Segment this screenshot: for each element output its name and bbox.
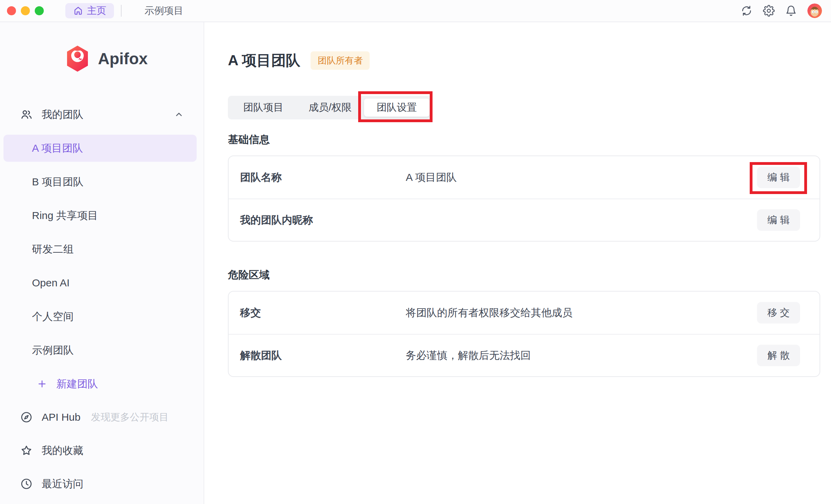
- avatar-image: [807, 3, 822, 18]
- settings-gear-icon[interactable]: [763, 5, 775, 17]
- sidebar-item-personal-space[interactable]: 个人空间: [3, 303, 197, 330]
- team-item-label: Ring 共享项目: [32, 209, 98, 223]
- row-label-transfer: 移交: [240, 306, 406, 320]
- apifox-logo-icon: [65, 45, 90, 72]
- window-controls: [7, 6, 44, 15]
- titlebar-divider: [121, 5, 122, 17]
- star-icon: [20, 444, 33, 457]
- row-label-nickname: 我的团队内昵称: [240, 213, 406, 227]
- basic-info-card: 团队名称 A 项目团队 编 辑 我的团队内昵称 编 辑: [228, 156, 820, 242]
- recent-label: 最近访问: [42, 477, 83, 491]
- brand-name: Apifox: [98, 49, 148, 68]
- favorites-label: 我的收藏: [42, 444, 83, 458]
- new-team-button[interactable]: 新建团队: [3, 370, 197, 397]
- row-desc-transfer: 将团队的所有者权限移交给其他成员: [406, 306, 757, 320]
- users-icon: [20, 108, 33, 121]
- home-button[interactable]: 主页: [65, 3, 114, 18]
- user-avatar[interactable]: [807, 3, 822, 18]
- team-list: A 项目团队 B 项目团队 Ring 共享项目 研发二组 Open AI 个人空…: [0, 135, 204, 397]
- new-team-label: 新建团队: [56, 377, 98, 391]
- row-value-team-name: A 项目团队: [406, 170, 757, 185]
- row-transfer: 移交 将团队的所有者权限移交给其他成员 移 交: [229, 292, 820, 334]
- titlebar: 主页 示例项目: [0, 0, 831, 22]
- compass-icon: [20, 411, 33, 423]
- sidebar: Apifox 我的团队 A 项目团队 B 项目团队 Ring 共享项目 研发二组…: [0, 22, 204, 504]
- team-item-label: 个人空间: [32, 310, 74, 324]
- brand-logo: Apifox: [65, 45, 204, 72]
- home-icon: [73, 6, 83, 16]
- api-hub-label: API Hub: [42, 411, 81, 423]
- sync-icon[interactable]: [741, 5, 752, 17]
- tab-members-permissions[interactable]: 成员/权限: [296, 99, 364, 117]
- tab-team-projects[interactable]: 团队项目: [231, 99, 296, 117]
- team-item-label: Open AI: [32, 277, 69, 289]
- sidebar-item-rd-group2[interactable]: 研发二组: [3, 236, 197, 263]
- maximize-window-button[interactable]: [35, 6, 44, 15]
- team-item-label: B 项目团队: [32, 175, 83, 189]
- notifications-bell-icon[interactable]: [785, 5, 797, 17]
- section-title-danger-zone: 危险区域: [228, 268, 831, 282]
- team-owner-badge: 团队所有者: [311, 51, 370, 70]
- my-teams-header[interactable]: 我的团队: [20, 104, 184, 125]
- project-tab-label[interactable]: 示例项目: [145, 4, 183, 17]
- plus-icon: [37, 379, 47, 389]
- sidebar-item-recent[interactable]: 最近访问: [0, 470, 204, 497]
- sidebar-item-team-b[interactable]: B 项目团队: [3, 168, 197, 195]
- dissolve-team-button[interactable]: 解 散: [757, 345, 800, 366]
- team-item-label: 示例团队: [32, 343, 74, 358]
- sidebar-item-api-hub[interactable]: API Hub 发现更多公开项目: [0, 404, 204, 431]
- section-title-basic-info: 基础信息: [228, 133, 831, 147]
- my-teams-label: 我的团队: [42, 108, 83, 122]
- edit-nickname-button[interactable]: 编 辑: [757, 209, 800, 231]
- row-dissolve: 解散团队 务必谨慎，解散后无法找回 解 散: [229, 334, 820, 376]
- sidebar-item-favorites[interactable]: 我的收藏: [0, 437, 204, 464]
- sidebar-item-ring-shared[interactable]: Ring 共享项目: [3, 202, 197, 229]
- edit-team-name-button[interactable]: 编 辑: [757, 167, 800, 188]
- transfer-ownership-button[interactable]: 移 交: [757, 302, 800, 324]
- row-team-name: 团队名称 A 项目团队 编 辑: [229, 156, 820, 199]
- sidebar-item-team-a[interactable]: A 项目团队: [3, 135, 197, 162]
- danger-zone-card: 移交 将团队的所有者权限移交给其他成员 移 交 解散团队 务必谨慎，解散后无法找…: [228, 291, 820, 377]
- minimize-window-button[interactable]: [21, 6, 30, 15]
- team-tabs: 团队项目 成员/权限 团队设置: [228, 96, 432, 119]
- row-nickname: 我的团队内昵称 编 辑: [229, 199, 820, 241]
- close-window-button[interactable]: [7, 6, 16, 15]
- row-label-dissolve: 解散团队: [240, 348, 406, 363]
- api-hub-hint: 发现更多公开项目: [91, 411, 169, 424]
- team-item-label: A 项目团队: [32, 141, 83, 156]
- page-title: A 项目团队: [228, 51, 300, 70]
- main-content: A 项目团队 团队所有者 团队项目 成员/权限 团队设置 基础信息 团队名称 A…: [205, 22, 831, 504]
- row-label-team-name: 团队名称: [240, 170, 406, 185]
- tab-team-settings[interactable]: 团队设置: [364, 99, 429, 117]
- team-item-label: 研发二组: [32, 242, 74, 257]
- chevron-up-icon[interactable]: [174, 109, 184, 120]
- sidebar-item-sample-team[interactable]: 示例团队: [3, 337, 197, 364]
- row-desc-dissolve: 务必谨慎，解散后无法找回: [406, 348, 757, 363]
- sidebar-item-open-ai[interactable]: Open AI: [3, 269, 197, 296]
- home-button-label: 主页: [87, 4, 106, 17]
- clock-icon: [20, 478, 33, 490]
